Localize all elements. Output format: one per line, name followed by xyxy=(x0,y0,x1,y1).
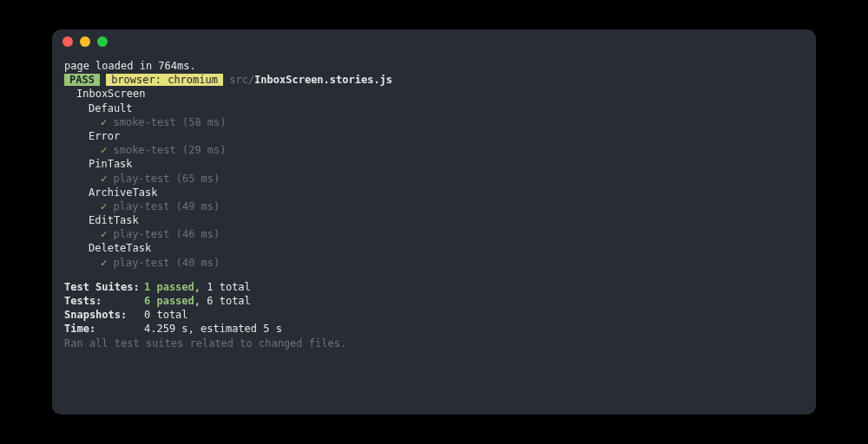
test-result: ✓ play-test (46 ms) xyxy=(64,227,804,241)
pass-line: PASS browser: chromium src/InboxScreen.s… xyxy=(64,73,804,87)
suite-name: InboxScreen xyxy=(64,87,804,101)
summary-label: Snapshots: xyxy=(64,308,144,322)
summary-total: , 6 total xyxy=(194,294,251,308)
test-detail: smoke-test (58 ms) xyxy=(107,116,226,128)
page-loaded-line: page loaded in 764ms. xyxy=(64,59,804,73)
path-prefix: src/ xyxy=(229,74,254,86)
test-result: ✓ play-test (65 ms) xyxy=(64,172,804,186)
test-result: ✓ smoke-test (58 ms) xyxy=(64,115,804,129)
test-group-name: Error xyxy=(64,129,804,143)
summary-snapshots: Snapshots:0 total xyxy=(64,308,804,322)
minimize-icon[interactable] xyxy=(80,36,90,47)
test-group-name: PinTask xyxy=(64,157,804,171)
file-name: InboxScreen.stories.js xyxy=(254,74,392,86)
test-result: ✓ smoke-test (29 ms) xyxy=(64,143,804,157)
summary-tests: Tests:6 passed, 6 total xyxy=(64,294,804,308)
summary-total: , 1 total xyxy=(194,280,251,294)
browser-badge: browser: chromium xyxy=(106,74,223,86)
terminal-window: page loaded in 764ms. PASS browser: chro… xyxy=(52,29,816,415)
test-group-name: Default xyxy=(64,101,804,115)
summary-passed: 1 passed xyxy=(144,280,194,294)
summary-label: Tests: xyxy=(64,294,144,308)
terminal-output: page loaded in 764ms. PASS browser: chro… xyxy=(52,54,816,415)
test-detail: smoke-test (29 ms) xyxy=(107,144,226,156)
test-result: ✓ play-test (40 ms) xyxy=(64,256,804,270)
test-result: ✓ play-test (49 ms) xyxy=(64,199,804,213)
test-group-name: DeleteTask xyxy=(64,241,804,255)
summary-suites: Test Suites:1 passed, 1 total xyxy=(64,280,804,294)
test-group-name: ArchiveTask xyxy=(64,186,804,199)
summary-value: 0 total xyxy=(144,308,188,322)
summary-label: Test Suites: xyxy=(64,280,144,294)
test-detail: play-test (49 ms) xyxy=(107,200,220,212)
summary-label: Time: xyxy=(64,322,144,336)
test-detail: play-test (46 ms) xyxy=(107,228,220,240)
summary-passed: 6 passed xyxy=(144,294,194,308)
summary-time: Time:4.259 s, estimated 5 s xyxy=(64,322,804,336)
footer-line: Ran all test suites related to changed f… xyxy=(64,336,804,350)
test-detail: play-test (65 ms) xyxy=(107,173,220,185)
pass-badge: PASS xyxy=(64,74,100,86)
close-icon[interactable] xyxy=(62,36,73,47)
summary-value: 4.259 s, estimated 5 s xyxy=(144,322,282,336)
test-detail: play-test (40 ms) xyxy=(107,257,220,269)
maximize-icon[interactable] xyxy=(97,36,108,47)
window-titlebar xyxy=(52,29,816,54)
test-group-name: EditTask xyxy=(64,213,804,227)
